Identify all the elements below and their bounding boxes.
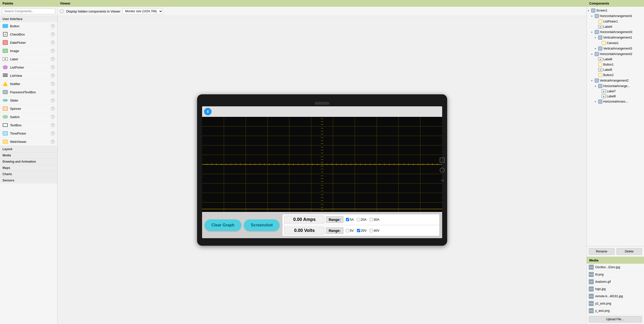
- tree-horizontal2[interactable]: ▾ HorizontalArrangement2: [587, 51, 644, 57]
- passwordtextbox-info[interactable]: ?: [51, 90, 55, 94]
- notifier-info[interactable]: ?: [51, 82, 55, 86]
- amps-20a-checkbox[interactable]: [357, 218, 360, 221]
- spinner-info[interactable]: ?: [51, 107, 55, 111]
- media-filename-remote: remote-b...48191.jpg: [595, 294, 623, 298]
- label5-icon: A: [598, 68, 602, 72]
- palette-item-button[interactable]: Button ?: [0, 22, 57, 30]
- media-filename-bt: bt.png: [595, 273, 603, 276]
- device-circle-button[interactable]: ○: [440, 168, 445, 173]
- tree-vertical2[interactable]: ▾ VerticalArrangement2: [587, 78, 644, 83]
- amps-20a-option[interactable]: 20A: [357, 218, 367, 221]
- volts-5v-option[interactable]: 5V: [346, 229, 354, 232]
- palette-label-slider: Slider: [10, 99, 51, 102]
- palette-label-spinner: Spinner: [10, 107, 51, 111]
- device-back-button[interactable]: ◁: [440, 178, 445, 183]
- timepicker-info[interactable]: ?: [51, 131, 55, 135]
- viewer-panel: Viewer Display hidden components in View…: [58, 0, 586, 324]
- file-icon-remote: JPG: [589, 294, 594, 299]
- tree-harranc[interactable]: ▾ HorizontalArranc...: [587, 99, 644, 104]
- listpicker-info[interactable]: ?: [51, 65, 55, 69]
- switch-icon: [3, 114, 8, 120]
- component-action-buttons: Rename Delete: [587, 246, 644, 257]
- screenshot-button[interactable]: Screenshot: [244, 219, 280, 231]
- section-drawing: Drawing and Animation: [0, 158, 57, 165]
- amps-30a-option[interactable]: 30A: [370, 218, 379, 221]
- volts-5v-checkbox[interactable]: [346, 229, 349, 232]
- button-info[interactable]: ?: [51, 24, 55, 28]
- component-tree: ▾ Screen1 ▾ HorizontalArrangement1 ListP…: [587, 7, 644, 246]
- volts-20v-option[interactable]: 20V: [357, 229, 367, 232]
- palette-item-checkbox[interactable]: ✓ CheckBox ?: [0, 30, 57, 39]
- listview-info[interactable]: ?: [51, 74, 55, 78]
- palette-item-passwordtextbox[interactable]: PasswordTextBox ?: [0, 88, 57, 96]
- volts-20v-checkbox[interactable]: [357, 229, 360, 232]
- palette-item-webviewer[interactable]: WebViewer ?: [0, 138, 57, 146]
- datepicker-info[interactable]: ?: [51, 41, 55, 45]
- palette-item-notifier[interactable]: Notifier ?: [0, 80, 57, 88]
- palette-item-timepicker[interactable]: TimePicker ?: [0, 129, 57, 138]
- tree-label4[interactable]: A Label4: [587, 24, 644, 29]
- tree-button2[interactable]: Button2: [587, 72, 644, 78]
- palette-item-spinner[interactable]: Spinner ?: [0, 105, 57, 113]
- webviewer-info[interactable]: ?: [51, 140, 55, 144]
- datepicker-icon: [3, 40, 8, 45]
- image-info[interactable]: ?: [51, 49, 55, 53]
- palette-item-switch[interactable]: Switch ?: [0, 113, 57, 121]
- media-logo[interactable]: JPG logo.jpg: [587, 285, 644, 293]
- checkbox-info[interactable]: ?: [51, 32, 55, 36]
- tree-button1[interactable]: Button1: [587, 62, 644, 67]
- tree-listpicker1[interactable]: ListPicker1: [587, 19, 644, 24]
- arrangement-icon: [595, 14, 599, 18]
- clear-graph-button[interactable]: Clear Graph: [205, 219, 242, 231]
- palette-item-slider[interactable]: Slider ?: [0, 96, 57, 105]
- amps-30a-checkbox[interactable]: [370, 218, 373, 221]
- palette-item-label[interactable]: A Label ?: [0, 55, 57, 63]
- textbox-info[interactable]: ?: [51, 123, 55, 127]
- tree-horizontal1[interactable]: ▾ HorizontalArrangement1: [587, 13, 644, 19]
- device-screen: Clear Graph Screenshot 0.00 Amps Range: …: [202, 106, 442, 238]
- device-square-button[interactable]: □: [440, 158, 445, 163]
- label-info[interactable]: ?: [51, 57, 55, 61]
- tree-label6[interactable]: A Label6: [587, 57, 644, 62]
- palette-item-image[interactable]: Image ?: [0, 47, 57, 55]
- amps-5a-option[interactable]: 5A: [346, 218, 354, 221]
- palette-item-datepicker[interactable]: DatePicker ?: [0, 39, 57, 47]
- palette-item-listpicker[interactable]: ListPicker ?: [0, 63, 57, 72]
- media-oscillos[interactable]: JPG Oscillos...IZero.jpg: [587, 264, 644, 271]
- palette-item-textbox[interactable]: TextBox ?: [0, 121, 57, 129]
- volts-40v-option[interactable]: 40V: [370, 229, 379, 232]
- harranger-icon: [598, 84, 602, 88]
- tree-horizontal3[interactable]: ▾ HorizontalArrangement3: [587, 29, 644, 35]
- upload-file-button[interactable]: Upload File ...: [589, 316, 642, 322]
- tree-vertical3[interactable]: ▾ VerticalArrangement3: [587, 46, 644, 51]
- display-hidden-checkbox[interactable]: [60, 10, 63, 13]
- rename-button[interactable]: Rename: [589, 248, 614, 255]
- volts-5v-label: 5V: [350, 229, 354, 232]
- webviewer-icon: [3, 139, 8, 144]
- slider-info[interactable]: ?: [51, 98, 55, 102]
- media-yaxis[interactable]: PNG y_axis.png: [587, 307, 644, 314]
- delete-button[interactable]: Delete: [616, 248, 642, 255]
- switch-info[interactable]: ?: [51, 115, 55, 119]
- media-bt[interactable]: PNG bt.png: [587, 271, 644, 278]
- tree-canvas1[interactable]: Canvas1: [587, 40, 644, 46]
- media-remote[interactable]: JPG remote-b...48191.jpg: [587, 293, 644, 300]
- tree-label7[interactable]: A Label7: [587, 89, 644, 94]
- palette-search-input[interactable]: [2, 8, 55, 14]
- tree-harranger[interactable]: ▾ HorizontalArrange...: [587, 83, 644, 89]
- tree-label8[interactable]: A Label8: [587, 94, 644, 99]
- media-y2axis[interactable]: PNG y2_axis.png: [587, 300, 644, 307]
- tree-vertical1[interactable]: ▾ VerticalArrangement1: [587, 35, 644, 40]
- tree-label5[interactable]: A Label5: [587, 67, 644, 72]
- palette-item-listview[interactable]: ListView ?: [0, 72, 57, 80]
- amps-range-options: 5A 20A 30A: [346, 218, 379, 221]
- media-dualzero[interactable]: GIF dualzero.gif: [587, 278, 644, 285]
- amps-value: 0.00 Amps: [284, 216, 324, 223]
- bluetooth-button[interactable]: [204, 108, 212, 115]
- device-frame: Clear Graph Screenshot 0.00 Amps Range: …: [197, 94, 447, 246]
- amps-5a-checkbox[interactable]: [346, 218, 349, 221]
- tree-screen1[interactable]: ▾ Screen1: [587, 8, 644, 13]
- media-section: Media JPG Oscillos...IZero.jpg PNG bt.pn…: [587, 257, 644, 324]
- volts-40v-checkbox[interactable]: [370, 229, 373, 232]
- monitor-size-select[interactable]: Monitor size (1024,768)Phone size (320,5…: [123, 8, 163, 14]
